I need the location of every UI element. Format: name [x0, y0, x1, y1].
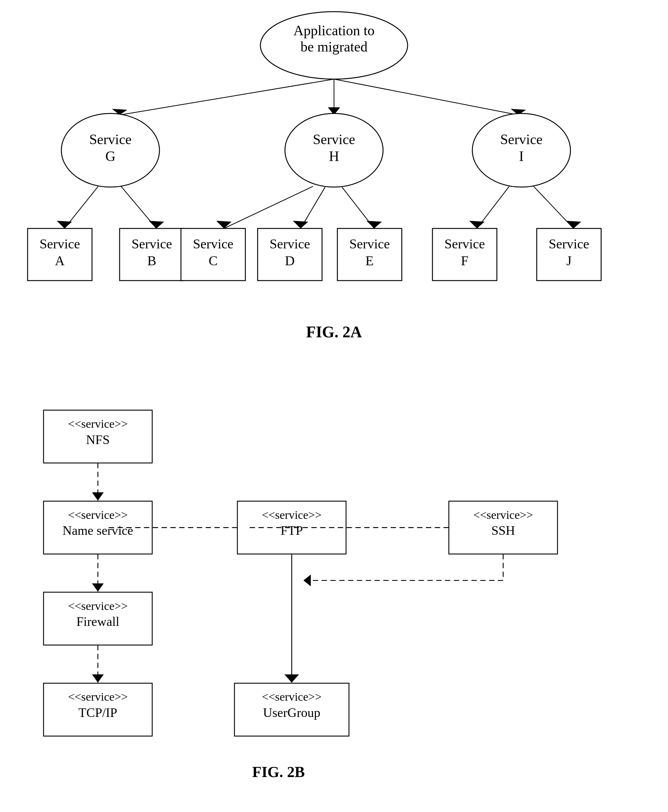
svg-marker-21: [149, 221, 164, 228]
svg-marker-81: [284, 674, 299, 683]
svg-text:FTP: FTP: [281, 523, 303, 538]
svg-marker-58: [92, 492, 104, 501]
svg-line-7: [334, 79, 518, 115]
svg-text:Service: Service: [549, 237, 589, 252]
svg-text:NFS: NFS: [86, 432, 110, 447]
svg-text:Service: Service: [40, 237, 80, 252]
svg-text:Firewall: Firewall: [76, 614, 119, 629]
svg-text:<<service>>: <<service>>: [68, 690, 128, 703]
svg-marker-87: [303, 575, 311, 586]
svg-text:SSH: SSH: [491, 523, 515, 538]
svg-text:<<service>>: <<service>>: [68, 509, 128, 521]
svg-text:Application to: Application to: [294, 23, 374, 38]
svg-text:<<service>>: <<service>>: [68, 417, 128, 430]
svg-line-3: [120, 79, 334, 115]
svg-text:Service: Service: [132, 237, 172, 252]
fig2b-diagram: <<service>> NFS <<service>> Name service…: [0, 392, 668, 812]
svg-text:Service: Service: [313, 132, 355, 147]
svg-text:TCP/IP: TCP/IP: [78, 705, 117, 720]
svg-text:F: F: [461, 253, 468, 268]
svg-marker-29: [469, 221, 484, 228]
svg-marker-27: [366, 221, 382, 228]
svg-text:be migrated: be migrated: [301, 39, 367, 55]
svg-text:J: J: [566, 253, 571, 268]
svg-text:D: D: [285, 253, 295, 268]
svg-text:<<service>>: <<service>>: [473, 509, 533, 521]
svg-marker-69: [92, 583, 104, 592]
svg-text:UserGroup: UserGroup: [263, 705, 321, 720]
svg-text:Service: Service: [349, 237, 390, 252]
svg-marker-19: [57, 221, 72, 228]
svg-marker-31: [566, 221, 581, 228]
fig2b-svg: <<service>> NFS <<service>> Name service…: [0, 392, 668, 794]
svg-text:I: I: [519, 148, 524, 164]
svg-text:B: B: [147, 253, 156, 268]
svg-text:Name service: Name service: [63, 523, 133, 538]
svg-text:<<service>>: <<service>>: [262, 509, 322, 521]
svg-text:Service: Service: [270, 237, 310, 252]
svg-text:Service: Service: [193, 237, 234, 252]
fig2a-svg: Application to be migrated Service G Ser…: [0, 0, 668, 377]
svg-text:H: H: [329, 148, 339, 164]
svg-text:FIG. 2A: FIG. 2A: [306, 323, 362, 341]
fig2a-diagram: Application to be migrated Service G Ser…: [0, 0, 668, 392]
svg-marker-25: [293, 221, 308, 228]
svg-text:Service: Service: [89, 132, 132, 147]
svg-text:Service: Service: [500, 132, 543, 147]
svg-text:A: A: [55, 253, 65, 268]
svg-text:<<service>>: <<service>>: [68, 600, 128, 612]
svg-text:E: E: [366, 253, 374, 268]
svg-text:<<service>>: <<service>>: [262, 690, 322, 703]
svg-text:Service: Service: [444, 237, 485, 252]
svg-text:G: G: [105, 148, 115, 164]
svg-marker-76: [92, 674, 104, 683]
svg-marker-23: [216, 221, 232, 228]
svg-text:FIG. 2B: FIG. 2B: [252, 764, 305, 780]
svg-text:C: C: [209, 253, 217, 268]
